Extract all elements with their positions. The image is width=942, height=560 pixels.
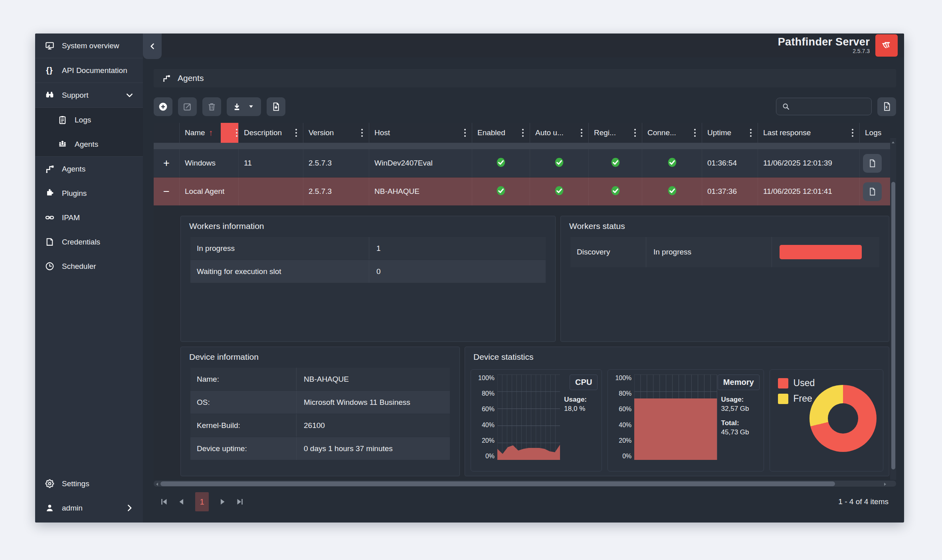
next-page-button[interactable] [214,493,231,511]
column-menu-active[interactable] [221,123,238,143]
grid-toolbar: x [154,93,896,123]
excel-export-button[interactable]: x [877,97,896,116]
sidebar-item-plugins[interactable]: Plugins [35,181,143,205]
column-menu-icon[interactable] [295,127,298,138]
last-page-button[interactable] [231,493,249,511]
info-value: 1 [369,237,546,260]
column-header-enabled[interactable]: Enabled [472,123,530,143]
group-icon [57,139,68,149]
column-header-last-response[interactable]: Last response [758,123,860,143]
scroll-right-icon[interactable] [883,481,887,488]
column-menu-icon[interactable] [749,127,752,138]
export-file-button[interactable] [267,97,285,116]
info-row: Waiting for execution slot0 [190,260,546,283]
column-menu-icon[interactable] [633,127,637,138]
edit-icon [182,102,193,112]
sidebar-item-admin[interactable]: admin [35,496,143,520]
column-menu-icon[interactable] [463,127,467,138]
braces-icon: {} [44,66,55,75]
cell-host: WinDev2407Eval [369,149,472,177]
cell-connected [642,177,702,205]
legend-label: Used [794,378,815,388]
link-icon [44,213,55,223]
column-menu-icon[interactable] [360,127,364,138]
column-header-conne-[interactable]: Conne... [642,123,702,143]
status-check-icon [496,185,506,198]
download-button[interactable] [227,97,261,116]
info-row: In progress1 [190,237,546,260]
clock-icon [44,261,55,271]
sidebar-item-agents[interactable]: Agents [35,157,143,181]
table-row[interactable]: −Local Agent2.5.7.3NB-AHAQUE01:37:3611/0… [154,177,890,206]
delete-button[interactable] [202,97,221,116]
horizontal-scroll-thumb[interactable] [160,481,835,486]
cell-version: 2.5.7.3 [303,149,369,177]
column-header-logs[interactable]: Logs [860,123,890,143]
chevron-left-icon [147,42,158,50]
y-axis-tick: 40% [482,422,495,429]
sidebar-item-logs[interactable]: Logs [35,108,143,132]
info-row: Kernel-Build:26100 [190,414,450,437]
panel-title: Device information [181,347,459,365]
current-page-button[interactable]: 1 [195,492,209,511]
gear-icon [44,479,55,489]
sidebar-item-ipam[interactable]: IPAM [35,205,143,230]
sidebar-item-scheduler[interactable]: Scheduler [35,254,143,278]
row-expander[interactable]: − [154,177,180,205]
scroll-up-icon[interactable] [891,139,895,146]
legend-swatch [778,378,788,388]
legend-swatch [778,394,788,404]
column-header-description[interactable]: Description [239,123,303,143]
y-axis-tick: 80% [482,390,495,397]
column-header-uptime[interactable]: Uptime [702,123,758,143]
column-header-regi-[interactable]: Regi... [589,123,642,143]
previous-page-button[interactable] [173,493,190,511]
brand: Pathfinder Server 2.5.7.3 [778,36,870,54]
column-menu-icon[interactable] [851,127,854,138]
logs-button[interactable] [863,154,882,173]
binoculars-icon [44,90,55,100]
sidebar-collapse-button[interactable] [143,34,162,59]
panel-workers-information: Workers information In progress1Waiting … [180,216,556,342]
sidebar-item-system-overview[interactable]: System overview [35,34,143,58]
row-expander[interactable]: + [154,149,180,177]
horizontal-scrollbar[interactable] [154,481,896,487]
user-icon [44,503,55,513]
cpu-usage-value: 18,0 % [564,404,585,414]
column-header-version[interactable]: Version [303,123,369,143]
sidebar-item-credentials[interactable]: Credentials [35,230,143,254]
edit-button[interactable] [178,97,197,116]
worker-name: Discovery [570,237,646,267]
memory-usage-label: Usage: [721,395,744,404]
sidebar-item-label: System overview [62,41,119,50]
sidebar-item-settings[interactable]: Settings [35,471,143,496]
sidebar-item-api-documentation[interactable]: {}API Documentation [35,58,143,83]
scroll-left-icon[interactable] [155,481,160,488]
sidebar-item-label: IPAM [62,213,80,222]
column-header-host[interactable]: Host [369,123,472,143]
cell-auto-update [530,149,589,177]
logs-button[interactable] [863,182,882,201]
sidebar-item-agents-support[interactable]: Agents [35,132,143,156]
search-input[interactable] [794,102,867,111]
memory-usage-value: 32,57 Gb [721,404,749,414]
download-icon [232,102,243,112]
add-button[interactable] [154,97,172,116]
cell-last-response: 11/06/2025 12:01:39 [758,149,860,177]
cell-uptime: 01:37:36 [702,177,758,205]
chevron-down-icon [124,90,135,100]
column-menu-icon[interactable] [693,127,697,138]
sidebar-item-support[interactable]: Support [35,83,143,107]
column-header-auto-u-[interactable]: Auto u... [530,123,589,143]
column-menu-icon[interactable] [580,127,583,138]
table-row[interactable]: +Windows112.5.7.3WinDev2407Eval01:36:541… [154,149,890,177]
panel-title: Workers information [181,216,555,235]
first-page-button[interactable] [155,493,173,511]
cell-uptime: 01:36:54 [702,149,758,177]
vertical-scroll-thumb[interactable] [891,182,895,469]
column-header-name[interactable]: Name↑ [180,123,239,143]
memory-chart-y-axis: 100%80%60%40%20%0% [612,375,634,460]
panel-device-information: Device information Name:NB-AHAQUEOS:Micr… [180,347,460,476]
vertical-scrollbar[interactable] [890,138,896,480]
column-menu-icon[interactable] [521,127,524,138]
